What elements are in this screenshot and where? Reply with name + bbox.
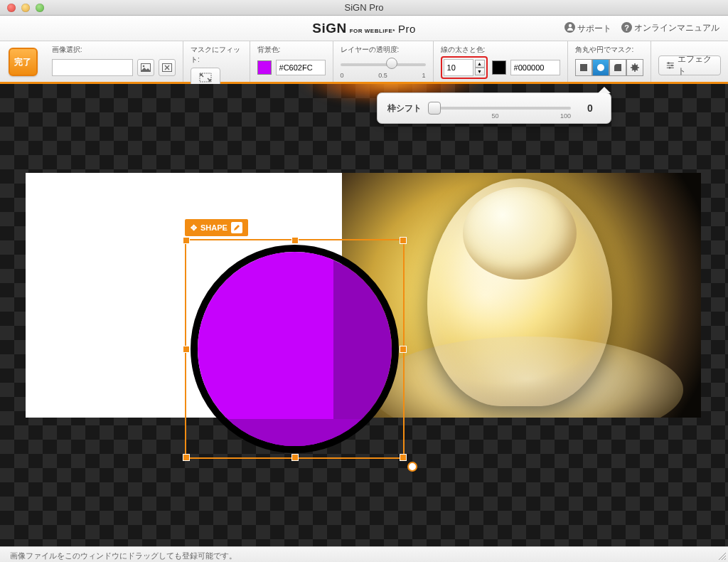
support-label: サポート (577, 23, 611, 33)
titlebar: SiGN Pro (0, 0, 728, 16)
move-icon: ✥ (191, 223, 197, 233)
footer: 画像ファイルをこのウィンドウにドラッグしても登録可能です。 (0, 546, 728, 562)
bg-color-input[interactable] (276, 60, 326, 75)
resize-handle-r[interactable] (400, 346, 407, 353)
opacity-label: レイヤーの透明度: (341, 45, 426, 55)
resize-handle-tl[interactable] (183, 237, 190, 244)
mask-rounded-button[interactable] (609, 59, 626, 76)
clear-image-button[interactable] (159, 59, 176, 76)
thickness-up-button[interactable]: ▲ (475, 60, 485, 68)
stroke-thickness-group: ▲ ▼ (441, 56, 488, 79)
mask-fit-label: マスクにフィット: (191, 45, 242, 65)
brand-tier: Pro (398, 23, 416, 35)
brand-sub: FOR WEBLiFE* (350, 28, 395, 34)
brand-name: SiGN (312, 21, 346, 36)
opacity-max: 1 (422, 72, 426, 79)
manual-link[interactable]: ?オンラインマニュアル (621, 22, 719, 35)
shape-tag-label: SHAPE (200, 223, 228, 232)
edit-shape-button[interactable] (231, 222, 242, 233)
svg-point-6 (597, 64, 604, 71)
bg-color-label: 背景色: (257, 45, 326, 55)
opacity-slider[interactable] (341, 58, 426, 60)
sliders-icon (666, 61, 675, 70)
image-path-input[interactable] (52, 59, 133, 76)
svg-point-16 (671, 65, 673, 67)
opacity-mid: 0.5 (378, 72, 387, 79)
bg-color-swatch[interactable] (257, 60, 272, 75)
image-select-label: 画像選択: (52, 45, 176, 55)
resize-handle-l[interactable] (183, 346, 190, 353)
shift-mid: 50 (491, 112, 498, 120)
user-icon (564, 22, 575, 33)
svg-point-15 (668, 62, 670, 64)
resize-handle-tr[interactable] (400, 237, 407, 244)
svg-rect-5 (580, 64, 587, 71)
opacity-min: 0 (341, 72, 344, 79)
stroke-thickness-input[interactable] (444, 59, 473, 76)
svg-point-0 (568, 24, 571, 27)
mask-square-button[interactable] (575, 59, 592, 76)
frame-shift-slider[interactable]: 50 100 (430, 101, 571, 115)
circle-shape[interactable] (191, 245, 399, 453)
mask-shape-label: 角丸や円でマスク: (575, 45, 643, 55)
manual-label: オンラインマニュアル (634, 23, 719, 33)
mask-circle-button[interactable] (592, 59, 609, 76)
brand-logo: SiGN FOR WEBLiFE* Pro (312, 21, 416, 36)
done-button[interactable]: 完了 (9, 48, 38, 76)
stroke-color-input[interactable] (510, 60, 560, 75)
browse-image-button[interactable] (137, 59, 154, 76)
resize-handle-br[interactable] (400, 454, 407, 461)
help-icon: ? (621, 22, 632, 33)
canvas-area[interactable]: 枠シフト 50 100 0 ✥ SHAPE (0, 84, 728, 546)
frame-shift-panel: 枠シフト 50 100 0 (377, 92, 611, 124)
shift-max: 100 (560, 112, 571, 120)
window-resize-grip[interactable] (717, 551, 727, 561)
thickness-down-button[interactable]: ▼ (475, 68, 485, 75)
mask-star-button[interactable] (626, 59, 643, 76)
resize-handle-bl[interactable] (183, 454, 190, 461)
resize-handle-b[interactable] (291, 454, 299, 461)
shape-selection[interactable]: ✥ SHAPE (185, 239, 405, 459)
footer-hint: 画像ファイルをこのウィンドウにドラッグしても登録可能です。 (10, 551, 237, 561)
resize-handle-t[interactable] (291, 237, 299, 244)
svg-point-17 (668, 67, 670, 69)
app-header: SiGN FOR WEBLiFE* Pro サポート ?オンラインマニュアル (0, 16, 728, 41)
svg-point-2 (143, 65, 145, 67)
shape-tag[interactable]: ✥ SHAPE (185, 219, 248, 236)
effect-label: エフェクト (678, 53, 713, 78)
svg-line-20 (724, 558, 726, 560)
stroke-color-swatch[interactable] (492, 60, 506, 75)
window-title: SiGN Pro (0, 2, 728, 13)
effect-button[interactable]: エフェクト (658, 55, 721, 75)
stroke-label: 線の太さと色: (441, 45, 560, 55)
frame-shift-value: 0 (579, 102, 601, 114)
support-link[interactable]: サポート (564, 22, 611, 35)
frame-shift-label: 枠シフト (387, 102, 422, 115)
rotate-handle[interactable] (407, 462, 417, 472)
toolbar: 完了 画像選択: マスクにフィット: 背景色: レイヤーの透明度: (0, 41, 728, 84)
